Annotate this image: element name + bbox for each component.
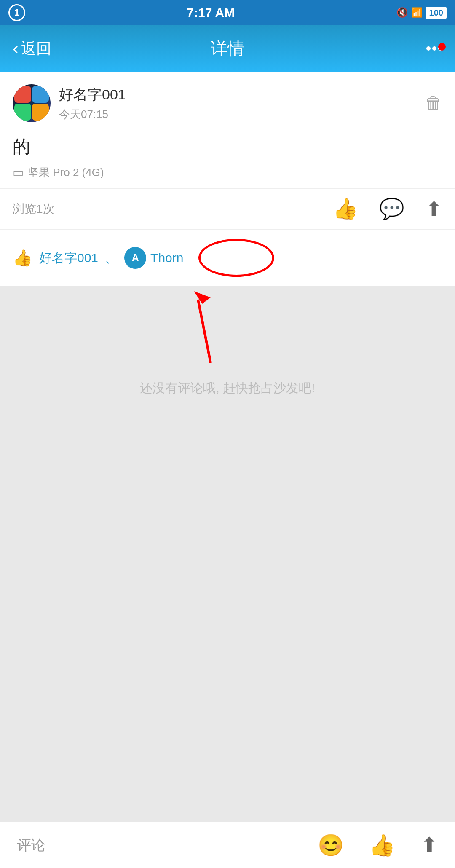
action-icons: 👍 💬 ⬆ (333, 197, 442, 221)
post-device: ▭ 坚果 Pro 2 (4G) (13, 165, 442, 180)
status-right-icons: 🔇 📶 100 (396, 7, 447, 19)
post-content: 的 ▭ 坚果 Pro 2 (4G) (0, 131, 455, 188)
liker-1[interactable]: 好名字001 (39, 249, 98, 267)
back-button[interactable]: ‹ 返回 (13, 38, 51, 59)
bottom-like-button[interactable]: 👍 (369, 833, 395, 857)
status-bar: 1 7:17 AM 🔇 📶 100 (0, 0, 455, 25)
likes-section: 👍 好名字001 、 A Thorn (0, 230, 455, 287)
user-details: 好名字001 今天07:15 (59, 85, 126, 122)
battery-icon: 100 (426, 7, 447, 19)
comment-input-button[interactable]: 评论 (17, 836, 46, 855)
emoji-button[interactable]: 😊 (318, 833, 344, 857)
like-button[interactable]: 👍 (333, 197, 358, 221)
gray-section: 还没有评论哦, 赶快抢占沙发吧! (0, 287, 455, 868)
status-time: 7:17 AM (187, 5, 235, 20)
bottom-toolbar: 评论 😊 👍 ⬆ (0, 822, 455, 868)
back-arrow-icon: ‹ (13, 38, 19, 59)
signal-icon: 📶 (411, 7, 423, 18)
annotation-oval (198, 239, 274, 277)
post-text: 的 (13, 135, 442, 158)
username: 好名字001 (59, 85, 126, 104)
post-user-info: 好名字001 今天07:15 (13, 84, 126, 122)
comment-button[interactable]: 💬 (379, 197, 404, 221)
nav-bar: ‹ 返回 详情 (0, 25, 455, 72)
liker-1-name: 好名字001 (39, 249, 98, 267)
likes-thumb-icon: 👍 (13, 249, 32, 267)
post-section: 好名字001 今天07:15 🗑 的 ▭ 坚果 Pro 2 (4G) 浏览1次 … (0, 72, 455, 287)
notification-badge: 1 (8, 4, 25, 21)
device-name: 坚果 Pro 2 (4G) (28, 165, 104, 180)
post-header: 好名字001 今天07:15 🗑 (0, 72, 455, 131)
page-title: 详情 (211, 37, 244, 60)
back-label: 返回 (21, 38, 51, 59)
delete-button[interactable]: 🗑 (425, 93, 442, 113)
dot1 (426, 46, 431, 51)
liker-2-avatar: A (124, 247, 146, 269)
dot2 (432, 46, 436, 51)
bottom-icons: 😊 👍 ⬆ (318, 833, 438, 857)
mute-icon: 🔇 (396, 7, 408, 18)
comments-empty: 还没有评论哦, 赶快抢占沙发吧! (0, 287, 455, 835)
more-button[interactable] (426, 46, 442, 51)
liker-2-name: Thorn (150, 251, 183, 265)
share-button[interactable]: ⬆ (426, 197, 442, 221)
post-stats: 浏览1次 👍 💬 ⬆ (0, 188, 455, 230)
post-time: 今天07:15 (59, 107, 126, 122)
bottom-share-button[interactable]: ⬆ (420, 833, 438, 857)
notification-dot (438, 43, 446, 51)
avatar (13, 84, 51, 122)
separator: 、 (105, 249, 118, 267)
empty-comments-text: 还没有评论哦, 赶快抢占沙发吧! (13, 380, 442, 397)
device-icon: ▭ (13, 166, 24, 179)
liker-2[interactable]: A Thorn (124, 247, 183, 269)
view-count: 浏览1次 (13, 201, 55, 217)
